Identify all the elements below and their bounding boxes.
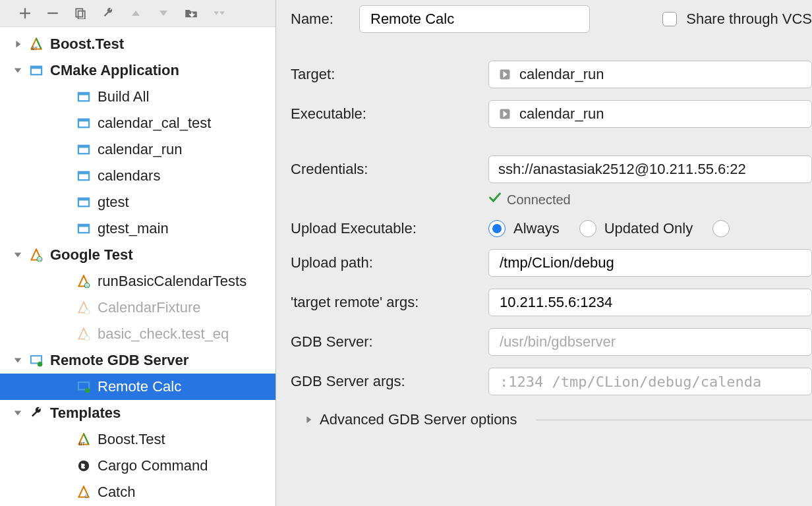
gdb-server-input[interactable] (498, 333, 802, 351)
gdb-args-input[interactable] (498, 373, 802, 391)
copy-icon[interactable] (74, 7, 87, 20)
cmake-target-icon (76, 90, 91, 104)
target-remote-label: 'target remote' args: (291, 294, 488, 311)
divider (536, 420, 812, 420)
tree-item[interactable]: basic_check.test_eq (0, 321, 276, 347)
tree-item[interactable]: calendar_run (0, 136, 276, 163)
tree-label: Boost.Test (98, 431, 165, 448)
share-vcs-label: Share through VCS (686, 11, 812, 28)
tree-label: calendars (98, 167, 160, 184)
gdb-server-field[interactable] (488, 328, 812, 356)
boost-test-icon (29, 37, 44, 51)
target-remote-field[interactable] (488, 289, 812, 316)
gdb-server-label: GDB Server: (291, 333, 488, 351)
cargo-icon (76, 459, 91, 473)
tree-label: Boost.Test (50, 36, 124, 53)
upload-path-input[interactable] (498, 254, 802, 272)
credentials-field[interactable]: ssh://anastasiak2512@10.211.55.6:22 (488, 155, 812, 183)
advanced-options-toggle[interactable]: Advanced GDB Server options (291, 411, 812, 428)
tree-item[interactable]: gtest (0, 189, 276, 215)
tree-item[interactable]: gtest_main (0, 215, 276, 242)
radio-button[interactable] (712, 220, 730, 237)
upload-path-label: Upload path: (291, 254, 488, 271)
advanced-options-label: Advanced GDB Server options (320, 411, 517, 428)
executable-dropdown[interactable]: calendar_run (488, 100, 812, 128)
tree-item[interactable]: Catch (0, 479, 276, 505)
tree-item[interactable]: calendars (0, 163, 276, 189)
chevron-right-icon (498, 68, 511, 81)
triangle-down-icon[interactable] (12, 407, 24, 419)
tree-label: calendar_run (98, 141, 182, 158)
name-input[interactable] (369, 10, 580, 28)
tree-item[interactable]: calendar_cal_test (0, 110, 276, 136)
tree-item[interactable]: CalendarFixture (0, 295, 276, 321)
cmake-target-icon (76, 169, 91, 183)
upload-option[interactable]: Updated Only (579, 220, 693, 237)
overflow-icon[interactable] (212, 7, 225, 20)
catch-icon (76, 485, 91, 499)
share-vcs-checkbox[interactable] (662, 12, 677, 26)
radio-button[interactable] (579, 220, 596, 237)
name-label: Name: (291, 11, 359, 28)
tree-label: Build All (98, 88, 149, 105)
tree-item[interactable]: Boost.Test (0, 426, 276, 453)
tree-item[interactable]: runBasicCalendarTests (0, 268, 276, 295)
target-value: calendar_run (519, 66, 604, 83)
googletest-icon (29, 248, 44, 262)
tree-item[interactable]: Remote Calc (0, 374, 276, 400)
gdb-args-field[interactable] (488, 368, 812, 395)
tree-label: CalendarFixture (98, 299, 201, 316)
target-dropdown[interactable]: calendar_run (488, 61, 812, 88)
tree-label: Remote Calc (98, 378, 181, 395)
tree-item[interactable]: Cargo Command (0, 453, 276, 479)
chevron-right-icon (498, 107, 511, 121)
cmake-target-icon (76, 142, 91, 157)
gtest-run-muted-icon (76, 300, 91, 315)
credentials-value: ssh://anastasiak2512@10.211.55.6:22 (498, 161, 746, 178)
triangle-right-icon[interactable] (12, 38, 24, 50)
plus-icon[interactable] (18, 7, 32, 20)
tree-label: Remote GDB Server (50, 352, 188, 369)
upload-exec-radios: AlwaysUpdated Only (488, 220, 738, 237)
minus-icon[interactable] (46, 7, 59, 20)
wrench-icon[interactable] (102, 7, 115, 20)
tree-label: Templates (50, 405, 121, 422)
gdb-args-label: GDB Server args: (291, 373, 488, 390)
triangle-down-icon[interactable] (12, 65, 24, 76)
name-field[interactable] (359, 5, 590, 33)
tree-label: CMake Application (50, 62, 179, 79)
tree-label: gtest_main (98, 220, 169, 237)
executable-value: calendar_run (519, 105, 604, 123)
configurations-tree[interactable]: Boost.TestCMake ApplicationBuild Allcale… (0, 27, 276, 506)
radio-button[interactable] (488, 220, 506, 237)
triangle-up-icon[interactable] (129, 7, 142, 20)
tree-group[interactable]: CMake Application (0, 57, 276, 84)
tree-label: Cargo Command (98, 457, 208, 474)
triangle-down-icon[interactable] (157, 7, 170, 20)
tree-label: gtest (98, 194, 129, 211)
gtest-run-icon (76, 274, 91, 289)
executable-label: Executable: (291, 105, 488, 123)
tree-label: Catch (98, 484, 135, 501)
triangle-right-icon (304, 411, 313, 428)
tree-group[interactable]: Boost.Test (0, 31, 276, 57)
folder-arrow-icon[interactable] (185, 7, 198, 20)
tree-item[interactable]: Build All (0, 84, 276, 110)
wrench-icon (29, 406, 44, 420)
cmake-target-icon (76, 195, 91, 210)
upload-path-field[interactable] (488, 249, 812, 277)
upload-option[interactable]: Always (488, 220, 560, 237)
upload-option-label: Always (513, 220, 560, 237)
tree-group[interactable]: Templates (0, 400, 276, 426)
upload-exec-label: Upload Executable: (291, 220, 488, 237)
triangle-down-icon[interactable] (12, 354, 24, 366)
target-remote-input[interactable] (498, 293, 802, 312)
tree-group[interactable]: Google Test (0, 242, 276, 268)
cmake-target-icon (76, 221, 91, 236)
upload-option[interactable] (712, 220, 738, 237)
tree-group[interactable]: Remote GDB Server (0, 347, 276, 374)
triangle-down-icon[interactable] (12, 249, 24, 261)
credentials-label: Credentials: (291, 161, 488, 178)
check-icon (488, 191, 502, 208)
cmake-icon (29, 63, 44, 78)
